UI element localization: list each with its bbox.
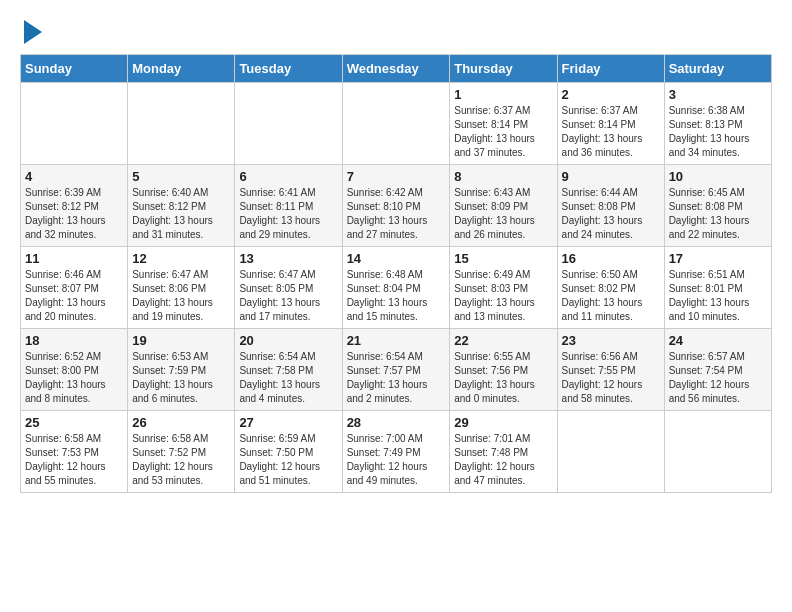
calendar-cell: 22Sunrise: 6:55 AM Sunset: 7:56 PM Dayli… [450,329,557,411]
calendar-cell: 28Sunrise: 7:00 AM Sunset: 7:49 PM Dayli… [342,411,450,493]
logo [20,20,42,44]
day-number: 10 [669,169,767,184]
day-number: 29 [454,415,552,430]
weekday-header-monday: Monday [128,55,235,83]
day-info: Sunrise: 6:37 AM Sunset: 8:14 PM Dayligh… [562,104,660,160]
calendar-cell: 16Sunrise: 6:50 AM Sunset: 8:02 PM Dayli… [557,247,664,329]
day-info: Sunrise: 6:58 AM Sunset: 7:53 PM Dayligh… [25,432,123,488]
calendar-cell: 11Sunrise: 6:46 AM Sunset: 8:07 PM Dayli… [21,247,128,329]
weekday-header-sunday: Sunday [21,55,128,83]
day-info: Sunrise: 6:43 AM Sunset: 8:09 PM Dayligh… [454,186,552,242]
day-number: 14 [347,251,446,266]
day-info: Sunrise: 6:38 AM Sunset: 8:13 PM Dayligh… [669,104,767,160]
calendar-cell: 7Sunrise: 6:42 AM Sunset: 8:10 PM Daylig… [342,165,450,247]
day-info: Sunrise: 6:42 AM Sunset: 8:10 PM Dayligh… [347,186,446,242]
calendar-week-row: 1Sunrise: 6:37 AM Sunset: 8:14 PM Daylig… [21,83,772,165]
day-number: 13 [239,251,337,266]
day-info: Sunrise: 6:57 AM Sunset: 7:54 PM Dayligh… [669,350,767,406]
day-info: Sunrise: 6:47 AM Sunset: 8:06 PM Dayligh… [132,268,230,324]
day-number: 24 [669,333,767,348]
day-info: Sunrise: 6:56 AM Sunset: 7:55 PM Dayligh… [562,350,660,406]
calendar-cell: 17Sunrise: 6:51 AM Sunset: 8:01 PM Dayli… [664,247,771,329]
calendar-cell: 21Sunrise: 6:54 AM Sunset: 7:57 PM Dayli… [342,329,450,411]
calendar-cell: 4Sunrise: 6:39 AM Sunset: 8:12 PM Daylig… [21,165,128,247]
calendar-cell: 27Sunrise: 6:59 AM Sunset: 7:50 PM Dayli… [235,411,342,493]
calendar-cell [557,411,664,493]
day-info: Sunrise: 6:55 AM Sunset: 7:56 PM Dayligh… [454,350,552,406]
day-number: 9 [562,169,660,184]
day-number: 19 [132,333,230,348]
day-number: 23 [562,333,660,348]
weekday-header-wednesday: Wednesday [342,55,450,83]
day-number: 15 [454,251,552,266]
calendar-cell: 3Sunrise: 6:38 AM Sunset: 8:13 PM Daylig… [664,83,771,165]
day-info: Sunrise: 6:49 AM Sunset: 8:03 PM Dayligh… [454,268,552,324]
day-number: 3 [669,87,767,102]
page-header [20,20,772,44]
day-info: Sunrise: 6:54 AM Sunset: 7:57 PM Dayligh… [347,350,446,406]
day-number: 4 [25,169,123,184]
calendar-week-row: 25Sunrise: 6:58 AM Sunset: 7:53 PM Dayli… [21,411,772,493]
day-number: 5 [132,169,230,184]
day-info: Sunrise: 7:01 AM Sunset: 7:48 PM Dayligh… [454,432,552,488]
day-info: Sunrise: 6:37 AM Sunset: 8:14 PM Dayligh… [454,104,552,160]
day-number: 25 [25,415,123,430]
calendar-week-row: 4Sunrise: 6:39 AM Sunset: 8:12 PM Daylig… [21,165,772,247]
day-number: 11 [25,251,123,266]
calendar-cell: 24Sunrise: 6:57 AM Sunset: 7:54 PM Dayli… [664,329,771,411]
day-number: 7 [347,169,446,184]
weekday-header-row: SundayMondayTuesdayWednesdayThursdayFrid… [21,55,772,83]
weekday-header-friday: Friday [557,55,664,83]
calendar-cell: 10Sunrise: 6:45 AM Sunset: 8:08 PM Dayli… [664,165,771,247]
calendar-cell: 25Sunrise: 6:58 AM Sunset: 7:53 PM Dayli… [21,411,128,493]
day-number: 17 [669,251,767,266]
day-number: 2 [562,87,660,102]
day-info: Sunrise: 6:52 AM Sunset: 8:00 PM Dayligh… [25,350,123,406]
calendar-cell: 13Sunrise: 6:47 AM Sunset: 8:05 PM Dayli… [235,247,342,329]
weekday-header-saturday: Saturday [664,55,771,83]
day-info: Sunrise: 6:40 AM Sunset: 8:12 PM Dayligh… [132,186,230,242]
day-number: 20 [239,333,337,348]
calendar-cell: 5Sunrise: 6:40 AM Sunset: 8:12 PM Daylig… [128,165,235,247]
day-info: Sunrise: 6:59 AM Sunset: 7:50 PM Dayligh… [239,432,337,488]
day-info: Sunrise: 7:00 AM Sunset: 7:49 PM Dayligh… [347,432,446,488]
day-info: Sunrise: 6:39 AM Sunset: 8:12 PM Dayligh… [25,186,123,242]
day-number: 16 [562,251,660,266]
calendar-cell: 2Sunrise: 6:37 AM Sunset: 8:14 PM Daylig… [557,83,664,165]
day-number: 12 [132,251,230,266]
day-info: Sunrise: 6:45 AM Sunset: 8:08 PM Dayligh… [669,186,767,242]
calendar-cell: 6Sunrise: 6:41 AM Sunset: 8:11 PM Daylig… [235,165,342,247]
calendar-cell [342,83,450,165]
day-info: Sunrise: 6:50 AM Sunset: 8:02 PM Dayligh… [562,268,660,324]
calendar-cell [235,83,342,165]
calendar-cell: 14Sunrise: 6:48 AM Sunset: 8:04 PM Dayli… [342,247,450,329]
logo-arrow-icon [24,20,42,44]
day-number: 22 [454,333,552,348]
day-number: 26 [132,415,230,430]
calendar-cell [128,83,235,165]
day-number: 6 [239,169,337,184]
day-info: Sunrise: 6:53 AM Sunset: 7:59 PM Dayligh… [132,350,230,406]
day-info: Sunrise: 6:46 AM Sunset: 8:07 PM Dayligh… [25,268,123,324]
day-info: Sunrise: 6:51 AM Sunset: 8:01 PM Dayligh… [669,268,767,324]
calendar-cell: 29Sunrise: 7:01 AM Sunset: 7:48 PM Dayli… [450,411,557,493]
calendar-week-row: 18Sunrise: 6:52 AM Sunset: 8:00 PM Dayli… [21,329,772,411]
day-number: 18 [25,333,123,348]
day-number: 8 [454,169,552,184]
day-info: Sunrise: 6:41 AM Sunset: 8:11 PM Dayligh… [239,186,337,242]
calendar-cell: 26Sunrise: 6:58 AM Sunset: 7:52 PM Dayli… [128,411,235,493]
day-number: 27 [239,415,337,430]
calendar-cell: 9Sunrise: 6:44 AM Sunset: 8:08 PM Daylig… [557,165,664,247]
calendar-table: SundayMondayTuesdayWednesdayThursdayFrid… [20,54,772,493]
weekday-header-thursday: Thursday [450,55,557,83]
day-info: Sunrise: 6:58 AM Sunset: 7:52 PM Dayligh… [132,432,230,488]
calendar-week-row: 11Sunrise: 6:46 AM Sunset: 8:07 PM Dayli… [21,247,772,329]
calendar-cell: 20Sunrise: 6:54 AM Sunset: 7:58 PM Dayli… [235,329,342,411]
day-number: 21 [347,333,446,348]
calendar-cell: 18Sunrise: 6:52 AM Sunset: 8:00 PM Dayli… [21,329,128,411]
day-number: 1 [454,87,552,102]
calendar-cell: 8Sunrise: 6:43 AM Sunset: 8:09 PM Daylig… [450,165,557,247]
calendar-cell: 19Sunrise: 6:53 AM Sunset: 7:59 PM Dayli… [128,329,235,411]
calendar-cell: 23Sunrise: 6:56 AM Sunset: 7:55 PM Dayli… [557,329,664,411]
calendar-cell: 15Sunrise: 6:49 AM Sunset: 8:03 PM Dayli… [450,247,557,329]
